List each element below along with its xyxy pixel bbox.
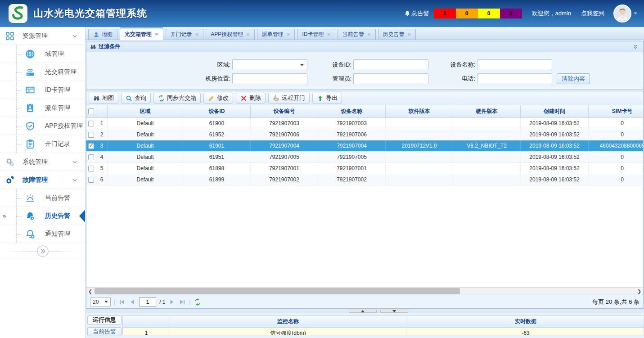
monitor-column-header: 监控名称 [170, 316, 406, 327]
select-all-checkbox[interactable] [88, 108, 94, 114]
sidebar-item-history-alarm[interactable]: »历史告警 [0, 207, 85, 225]
button-label: 查询 [135, 94, 146, 102]
user-icon [93, 32, 99, 38]
table-cell: 7921907006 [318, 129, 386, 140]
prev-page-icon[interactable] [129, 298, 136, 306]
sidebar-item-label: 当前告警 [45, 194, 70, 202]
next-page-icon[interactable] [168, 298, 176, 306]
sidebar-group-children-fault-management: 当前告警»历史告警通知管理 [0, 189, 85, 243]
notify-icon [25, 229, 35, 239]
sidebar-item-dispatch-management[interactable]: 派单管理 [0, 99, 85, 117]
tab-optical-box[interactable]: 光交箱管理× [120, 27, 163, 40]
alarm-badge-3[interactable]: 0 [500, 9, 522, 18]
collapse-filter-icon[interactable] [632, 44, 639, 50]
sign-in-link[interactable]: 点我签到 [581, 9, 604, 18]
column-header: 硬件版本 [453, 105, 521, 117]
horizontal-scrollbar[interactable]: ❮ ❯ [86, 287, 643, 295]
alarm-badge-0[interactable]: 1 [434, 9, 456, 18]
avatar-caret-icon[interactable] [633, 10, 638, 17]
page-number-input[interactable] [139, 297, 156, 306]
alarm-badge-2[interactable]: 0 [478, 9, 500, 18]
tab-history-alarm[interactable]: 历史告警× [378, 29, 416, 40]
avatar[interactable] [613, 5, 631, 23]
close-icon[interactable]: × [367, 32, 371, 37]
room-location-input[interactable] [232, 73, 307, 84]
edit-button[interactable]: 修改 [203, 93, 233, 104]
tab-current-alarm[interactable]: 当前告警× [338, 29, 376, 40]
header-rownum-cell [96, 105, 108, 117]
page-size-select[interactable]: 20 [90, 297, 111, 307]
delete-button[interactable]: 删除 [236, 93, 266, 104]
last-page-icon[interactable] [179, 298, 186, 306]
table-row[interactable]: 1Default61900792190700379219070032019-08… [86, 118, 643, 129]
close-icon[interactable]: × [246, 32, 250, 37]
current-alarm-tab[interactable]: 当前告警 [87, 327, 122, 336]
alarm-badge-1[interactable]: 0 [456, 9, 478, 18]
remote-open-button[interactable]: 远程开门 [268, 93, 310, 104]
refresh-icon[interactable] [194, 298, 201, 306]
table-row[interactable]: 2Default61952792190700679219070062019-08… [86, 129, 643, 140]
close-icon[interactable]: × [327, 32, 330, 37]
close-icon[interactable]: × [287, 32, 290, 37]
scrollbar-thumb[interactable] [95, 288, 460, 294]
table-row[interactable]: 3Default61901792190700479219070042019071… [86, 140, 643, 152]
filter-panel-header[interactable]: 过滤条件 [86, 41, 643, 52]
room-location-label: 机房位置: [191, 75, 230, 83]
tab-door-records[interactable]: 开门记录× [166, 29, 204, 40]
first-page-icon[interactable] [118, 298, 126, 306]
close-icon[interactable]: × [195, 32, 199, 37]
region-select[interactable] [232, 59, 307, 70]
device-table-header: 区域设备ID设备编号设备名称软件版本硬件版本创建时间SIM卡号 [86, 105, 643, 118]
row-checkbox[interactable] [88, 132, 94, 138]
sidebar-item-domain-management[interactable]: 域管理 [0, 45, 85, 63]
sidebar-item-id-card-management[interactable]: ID卡管理 [0, 81, 85, 99]
sidebar-group-fault-management[interactable]: 故障管理 [0, 171, 85, 189]
table-row[interactable]: 6Default61899792190700279219070022019-08… [86, 174, 643, 185]
phone-input[interactable] [477, 73, 552, 84]
tree-dash [16, 144, 22, 144]
device-name-input[interactable] [477, 59, 552, 70]
device-id-input[interactable] [353, 59, 428, 70]
sidebar-item-notify-management[interactable]: 通知管理 [0, 225, 85, 243]
sidebar-item-current-alarm[interactable]: 当前告警 [0, 189, 85, 207]
column-header: 设备编号 [251, 105, 318, 117]
sidebar-item-label: 开门记录 [45, 140, 70, 148]
scroll-left-icon[interactable]: ❮ [86, 288, 94, 295]
close-icon[interactable]: × [408, 32, 411, 37]
sidebar-collapse-button[interactable] [36, 245, 49, 257]
table-row[interactable]: 5Default61898792190700179219070012019-08… [86, 163, 643, 174]
manager-input[interactable] [353, 73, 428, 84]
sidebar-item-optical-box-management[interactable]: 光交箱管理 [0, 63, 85, 81]
sidebar-item-app-auth-management[interactable]: APP授权管理 [0, 117, 85, 135]
scroll-right-icon[interactable]: ❯ [635, 288, 643, 295]
query-button[interactable]: 查询 [121, 93, 151, 104]
alarm-badges: 1000 [434, 9, 522, 18]
tab-dispatch[interactable]: 派单管理× [257, 29, 295, 40]
clear-content-button[interactable]: 清除内容 [557, 73, 590, 84]
table-cell: 61899 [183, 174, 251, 185]
row-checkbox[interactable] [88, 166, 94, 171]
run-info-tab[interactable]: 运行信息 [87, 315, 122, 324]
sync-button[interactable]: 同步光交箱 [153, 93, 201, 104]
sidebar-group-system-management[interactable]: 系统管理 [0, 153, 85, 171]
tab-map[interactable]: 地图 [88, 29, 117, 40]
table-cell: 7921907001 [318, 163, 386, 174]
panel-splitter[interactable] [86, 309, 644, 313]
row-checkbox[interactable] [88, 143, 94, 149]
row-checkbox[interactable] [88, 177, 94, 183]
tab-app-auth[interactable]: APP授权管理× [206, 29, 255, 40]
table-cell: 20190712V1.0 [386, 140, 453, 151]
close-icon[interactable]: × [155, 32, 158, 36]
row-checkbox[interactable] [88, 121, 94, 126]
splitter-up-icon[interactable] [349, 310, 377, 313]
map-button[interactable]: 地图 [89, 93, 118, 104]
tab-id-card[interactable]: ID卡管理× [297, 29, 335, 40]
sidebar-item-door-records[interactable]: 开门记录 [0, 135, 85, 153]
sidebar-collapse-row [0, 243, 85, 259]
splitter-down-icon[interactable] [380, 310, 408, 313]
row-checkbox[interactable] [88, 154, 94, 160]
row-number-cell: 1 [96, 118, 108, 129]
export-button[interactable]: 导出 [312, 93, 342, 104]
sidebar-group-resource-management[interactable]: 资源管理 [0, 27, 85, 45]
table-row[interactable]: 4Default61951792190700579219070052019-08… [86, 152, 643, 163]
